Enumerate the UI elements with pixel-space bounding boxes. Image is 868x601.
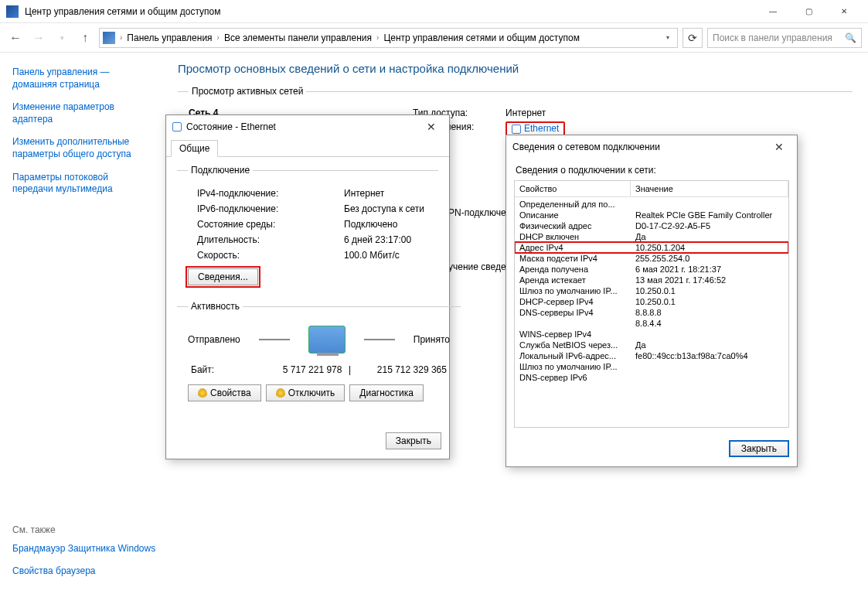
value-cell: 8.8.4.4 bbox=[635, 319, 784, 328]
table-row[interactable]: Шлюз по умолчанию IP... bbox=[515, 361, 788, 372]
value-cell: 6 мая 2021 г. 18:21:37 bbox=[635, 265, 784, 274]
table-row[interactable]: 8.8.4.4 bbox=[515, 318, 788, 329]
window-title: Центр управления сетями и общим доступом bbox=[25, 6, 755, 17]
activity-line-icon bbox=[364, 339, 395, 340]
details-table: Свойство Значение Определенный для по...… bbox=[514, 180, 789, 428]
status-dialog: Состояние - Ethernet ✕ Общие Подключение… bbox=[165, 114, 450, 459]
connection-legend: Подключение bbox=[188, 165, 253, 176]
property-cell: Локальный IPv6-адрес... bbox=[519, 351, 635, 360]
speed-value: 100.0 Мбит/с bbox=[344, 250, 424, 261]
property-cell: Шлюз по умолчанию IP... bbox=[519, 286, 635, 295]
minimize-button[interactable]: — bbox=[755, 0, 791, 23]
table-row[interactable]: Служба NetBIOS через...Да bbox=[515, 340, 788, 350]
property-cell: DNS-серверы IPv4 bbox=[519, 308, 635, 317]
breadcrumb[interactable]: › Панель управления › Все элементы панел… bbox=[99, 28, 678, 48]
table-row[interactable]: Определенный для по... bbox=[515, 199, 788, 210]
ipv4-label: IPv4-подключение: bbox=[197, 188, 344, 199]
table-row[interactable]: Шлюз по умолчанию IP...10.250.0.1 bbox=[515, 285, 788, 296]
table-row[interactable]: DNS-сервер IPv6 bbox=[515, 372, 788, 383]
table-row[interactable]: WINS-сервер IPv4 bbox=[515, 329, 788, 340]
active-networks-legend: Просмотр активных сетей bbox=[189, 86, 306, 97]
status-close-button[interactable]: Закрыть bbox=[386, 432, 441, 449]
ipv4-value: Интернет bbox=[344, 188, 424, 199]
value-cell: Да bbox=[635, 232, 784, 241]
value-cell bbox=[635, 200, 784, 209]
value-cell bbox=[635, 373, 784, 382]
table-row[interactable]: DNS-серверы IPv48.8.8.8 bbox=[515, 307, 788, 318]
media-state-value: Подключено bbox=[344, 219, 424, 230]
see-also-firewall[interactable]: Брандмауэр Защитника Windows bbox=[12, 543, 155, 555]
property-cell: Определенный для по... bbox=[519, 200, 635, 209]
ipv6-value: Без доступа к сети bbox=[344, 203, 424, 214]
table-row[interactable]: DHCP-сервер IPv410.250.0.1 bbox=[515, 296, 788, 307]
nav-back-button[interactable]: ← bbox=[6, 29, 25, 47]
nav-history-dropdown[interactable]: ▾ bbox=[53, 29, 71, 47]
table-row[interactable]: DHCP включенДа bbox=[515, 231, 788, 242]
close-button[interactable]: ✕ bbox=[826, 0, 862, 23]
table-row[interactable]: Аренда получена6 мая 2021 г. 18:21:37 bbox=[515, 264, 788, 275]
property-cell: Шлюз по умолчанию IP... bbox=[519, 362, 635, 371]
refresh-button[interactable]: ⟳ bbox=[682, 28, 703, 48]
ethernet-link-label[interactable]: Ethernet bbox=[524, 123, 559, 135]
value-cell: 255.255.254.0 bbox=[635, 254, 784, 263]
maximize-button[interactable]: ▢ bbox=[791, 0, 826, 23]
table-row[interactable]: Локальный IPv6-адрес...fe80::49cc:b13a:f… bbox=[515, 350, 788, 361]
value-cell: fe80::49cc:b13a:f98a:7ca0%4 bbox=[635, 351, 784, 360]
nav-up-button[interactable]: ↑ bbox=[76, 29, 94, 47]
bytes-recv-value: 215 712 329 365 bbox=[357, 364, 446, 375]
sidebar-item-home[interactable]: Панель управления — домашняя страница bbox=[12, 67, 150, 90]
property-cell bbox=[519, 319, 635, 328]
details-dialog: Сведения о сетевом подключении ✕ Сведени… bbox=[505, 135, 798, 467]
sent-label: Отправлено bbox=[188, 334, 240, 345]
property-cell: Адрес IPv4 bbox=[519, 243, 635, 252]
property-cell: Аренда получена bbox=[519, 265, 635, 274]
monitors-icon bbox=[308, 326, 345, 353]
table-row[interactable]: Адрес IPv410.250.1.204 bbox=[515, 242, 788, 253]
value-cell bbox=[635, 330, 784, 339]
value-cell: 10.250.1.204 bbox=[635, 243, 784, 252]
search-input[interactable]: Поиск в панели управления 🔍 bbox=[707, 28, 862, 48]
value-cell bbox=[635, 362, 784, 371]
disable-button[interactable]: Отключить bbox=[266, 384, 345, 401]
duration-label: Длительность: bbox=[197, 234, 344, 245]
activity-line-icon bbox=[259, 339, 290, 340]
breadcrumb-item[interactable]: Все элементы панели управления bbox=[224, 32, 372, 43]
diagnostics-button[interactable]: Диагностика bbox=[349, 384, 424, 401]
shield-icon bbox=[276, 388, 285, 398]
duration-value: 6 дней 23:17:00 bbox=[344, 234, 424, 245]
col-property[interactable]: Свойство bbox=[515, 181, 631, 196]
table-row[interactable]: Аренда истекает13 мая 2021 г. 17:46:52 bbox=[515, 275, 788, 285]
media-state-label: Состояние среды: bbox=[197, 219, 344, 230]
control-panel-icon bbox=[103, 32, 115, 44]
tab-general[interactable]: Общие bbox=[171, 140, 218, 157]
nav-forward-button[interactable]: → bbox=[29, 29, 48, 47]
value-cell: 10.250.0.1 bbox=[635, 286, 784, 295]
property-cell: Аренда истекает bbox=[519, 275, 635, 285]
property-cell: DNS-сервер IPv6 bbox=[519, 373, 635, 382]
breadcrumb-dropdown-icon[interactable]: ▾ bbox=[662, 34, 674, 41]
ipv6-label: IPv6-подключение: bbox=[197, 203, 344, 214]
property-cell: Служба NetBIOS через... bbox=[519, 340, 635, 350]
table-row[interactable]: ОписаниеRealtek PCIe GBE Family Controll… bbox=[515, 210, 788, 220]
details-close-icon[interactable]: ✕ bbox=[768, 141, 791, 153]
sidebar-item-advanced-sharing[interactable]: Изменить дополнительные параметры общего… bbox=[12, 136, 150, 160]
status-dialog-title: Состояние - Ethernet bbox=[186, 121, 276, 132]
ethernet-icon bbox=[512, 125, 521, 134]
table-row[interactable]: Маска подсети IPv4255.255.254.0 bbox=[515, 253, 788, 264]
see-also-browser-props[interactable]: Свойства браузера bbox=[12, 565, 155, 578]
sidebar-item-adapter-settings[interactable]: Изменение параметров адаптера bbox=[12, 101, 150, 125]
col-value[interactable]: Значение bbox=[631, 181, 788, 196]
breadcrumb-item[interactable]: Панель управления bbox=[127, 32, 212, 43]
breadcrumb-item[interactable]: Центр управления сетями и общим доступом bbox=[383, 32, 580, 43]
table-row[interactable]: Физический адресD0-17-C2-92-A5-F5 bbox=[515, 220, 788, 231]
property-cell: DHCP-сервер IPv4 bbox=[519, 297, 635, 306]
sidebar: Панель управления — домашняя страница Из… bbox=[0, 53, 162, 601]
see-also: См. также Брандмауэр Защитника Windows С… bbox=[12, 524, 155, 589]
value-cell: 10.250.0.1 bbox=[635, 297, 784, 306]
properties-button[interactable]: Свойства bbox=[188, 384, 261, 401]
sidebar-item-media-streaming[interactable]: Параметры потоковой передачи мультимедиа bbox=[12, 172, 150, 196]
value-cell: Да bbox=[635, 340, 784, 350]
details-button[interactable]: Сведения... bbox=[188, 268, 258, 285]
details-close-button[interactable]: Закрыть bbox=[729, 440, 789, 457]
status-close-icon[interactable]: ✕ bbox=[420, 121, 443, 133]
